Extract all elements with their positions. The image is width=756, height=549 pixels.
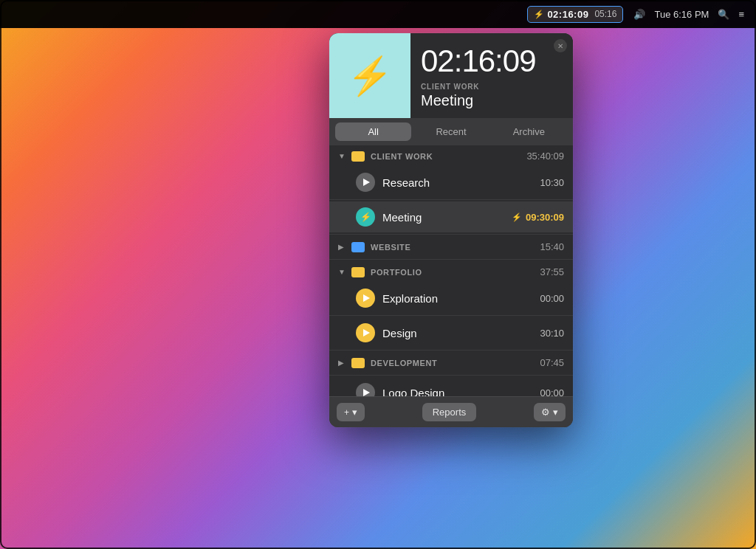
divider-4 [329,315,573,316]
task-name-exploration: Exploration [382,292,532,305]
task-bolt-icon: ⚡ [512,213,522,222]
tab-bar: All Recent Archive [329,118,573,145]
play-triangle-icon-design [363,329,370,336]
task-name-design: Design [382,327,532,339]
folder-icon-website [351,242,365,252]
timer-main-time: 02:16:09 [547,9,588,20]
panel-project-category: CLIENT WORK [421,83,563,91]
group-development[interactable]: ▶ DEVELOPMENT 07:45 [329,352,573,373]
search-icon[interactable]: 🔍 [718,9,729,20]
group-name-portfolio: PORTFOLIO [371,268,534,277]
panel-icon-area: ⚡ [329,33,410,118]
task-time-value-logo-design: 00:00 [540,387,564,397]
task-row-meeting[interactable]: ⚡ Meeting ⚡ 09:30:09 [329,201,573,232]
divider-3 [329,259,573,260]
play-button-research[interactable] [356,173,375,192]
task-time-value-design: 30:10 [540,328,564,339]
folder-icon-development [351,358,365,368]
panel-big-timer: 02:16:09 [421,45,563,77]
play-button-meeting[interactable]: ⚡ [356,207,375,227]
group-name-development: DEVELOPMENT [371,359,534,367]
task-time-meeting: ⚡ 09:30:09 [512,212,564,223]
chevron-right-icon-dev: ▶ [338,359,346,367]
task-name-meeting: Meeting [382,211,504,224]
play-button-exploration[interactable] [356,289,375,308]
play-triangle-icon-logo [363,389,370,396]
task-row-exploration[interactable]: Exploration 00:00 [329,283,573,314]
folder-icon-portfolio [351,267,365,277]
group-name-website: WEBSITE [371,243,534,252]
chevron-down-icon-portfolio: ▼ [338,268,346,276]
timer-panel: ⚡ 02:16:09 CLIENT WORK Meeting ✕ All Rec… [329,33,573,427]
task-row-design[interactable]: Design 30:10 [329,317,573,348]
task-name-research: Research [382,176,532,189]
gear-icon: ⚙ [541,407,550,418]
play-triangle-icon-exploration [363,294,370,302]
tab-archive[interactable]: Archive [491,122,567,141]
task-time-exploration: 00:00 [540,293,564,304]
task-row-research[interactable]: Research 10:30 [329,167,573,198]
task-time-value-exploration: 00:00 [540,293,564,304]
task-list: ▼ CLIENT WORK 35:40:09 Research 10:30 ⚡ … [329,145,573,396]
task-time-logo-design: 00:00 [540,387,564,397]
group-website[interactable]: ▶ WEBSITE 15:40 [329,236,573,258]
play-triangle-icon [363,179,370,186]
reports-button[interactable]: Reports [422,403,477,421]
group-time-development: 07:45 [540,357,564,368]
group-client-work[interactable]: ▼ CLIENT WORK 35:40:09 [329,145,573,167]
menu-bar-datetime: Tue 6:16 PM [654,9,709,20]
add-button[interactable]: + ▾ [337,403,365,421]
divider-2 [329,234,573,235]
bolt-active-icon: ⚡ [360,212,371,222]
divider [329,199,573,200]
timer-today-time: 05:16 [594,9,616,19]
panel-header: ⚡ 02:16:09 CLIENT WORK Meeting ✕ [329,33,573,118]
task-time-design: 30:10 [540,328,564,339]
divider-5 [329,350,573,351]
panel-close-button[interactable]: ✕ [554,39,567,52]
panel-project-name: Meeting [421,92,563,109]
gear-chevron-icon: ▾ [553,407,558,418]
menu-bar-timer[interactable]: ⚡ 02:16:09 05:16 [527,6,623,23]
group-time-client-work: 35:40:09 [526,151,564,162]
add-chevron-icon: ▾ [352,407,357,418]
volume-icon: 🔊 [633,9,645,20]
task-time-research: 10:30 [540,177,564,188]
tab-all[interactable]: All [335,122,411,141]
play-button-design[interactable] [356,323,375,342]
task-row-logo-design[interactable]: Logo Design 00:00 [329,377,573,396]
menu-bar: ⚡ 02:16:09 05:16 🔊 Tue 6:16 PM 🔍 ≡ [0,0,756,28]
panel-timer-area: 02:16:09 CLIENT WORK Meeting [410,33,573,118]
menu-icon[interactable]: ≡ [738,9,744,20]
play-button-logo-design[interactable] [356,383,375,396]
task-name-logo-design: Logo Design [382,387,532,397]
plus-icon: + [344,407,349,418]
timer-bolt-icon: ⚡ [534,10,544,19]
chevron-right-icon: ▶ [338,243,346,251]
panel-footer: + ▾ Reports ⚙ ▾ [329,396,573,427]
chevron-down-icon: ▼ [338,152,346,160]
menu-bar-right: 🔊 Tue 6:16 PM 🔍 ≡ [633,9,744,20]
bolt-icon-large: ⚡ [347,58,393,94]
divider-6 [329,375,573,376]
task-time-value-meeting: 09:30:09 [526,212,564,223]
group-time-website: 15:40 [540,241,564,252]
group-name-client-work: CLIENT WORK [371,152,520,161]
task-time-value-research: 10:30 [540,177,564,188]
group-time-portfolio: 37:55 [540,266,564,277]
folder-icon-client-work [351,151,365,162]
settings-button[interactable]: ⚙ ▾ [534,403,566,421]
group-portfolio[interactable]: ▼ PORTFOLIO 37:55 [329,261,573,283]
tab-recent[interactable]: Recent [413,122,489,141]
